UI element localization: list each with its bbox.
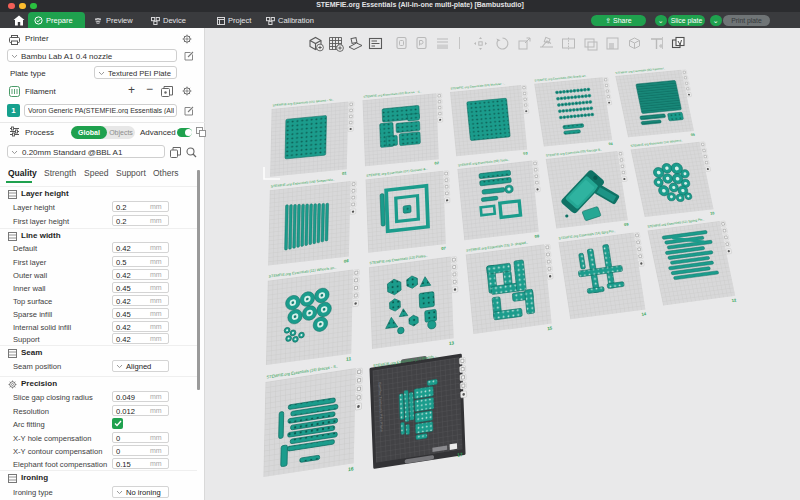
svg-text:Bambu Textured PEI Plate: Bambu Textured PEI Plate xyxy=(378,382,384,432)
svg-text:11: 11 xyxy=(346,356,351,362)
svg-text:06: 06 xyxy=(344,258,350,263)
svg-text:08: 08 xyxy=(534,233,540,238)
svg-text:03: 03 xyxy=(523,151,528,155)
svg-text:16: 16 xyxy=(348,465,354,472)
svg-text:17: 17 xyxy=(457,452,463,458)
svg-text:05: 05 xyxy=(690,133,695,137)
svg-text:10: 10 xyxy=(710,211,715,215)
svg-text:15: 15 xyxy=(547,325,553,331)
svg-text:01: 01 xyxy=(342,171,348,176)
svg-text:12: 12 xyxy=(731,297,737,303)
svg-text:02: 02 xyxy=(434,161,439,165)
svg-text:07: 07 xyxy=(441,245,447,250)
svg-text:09: 09 xyxy=(624,222,630,227)
svg-text:04: 04 xyxy=(608,142,613,146)
svg-text:13: 13 xyxy=(449,340,455,346)
svg-text:14: 14 xyxy=(641,311,647,317)
